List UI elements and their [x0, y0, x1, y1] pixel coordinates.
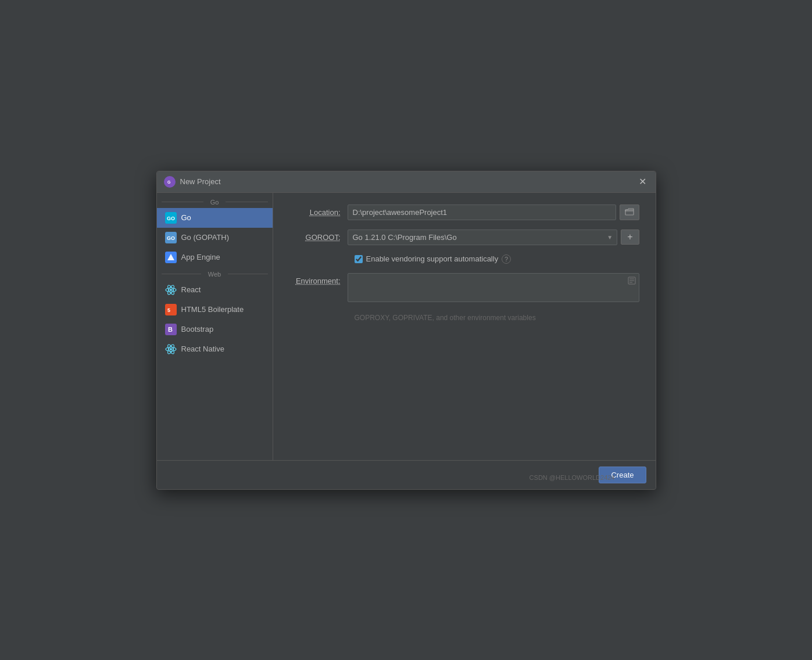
environment-label: Environment: — [289, 277, 348, 285]
dialog-title: New Project — [180, 177, 221, 186]
goroot-select-wrapper: Go 1.21.0 C:\Program Files\Go — [348, 229, 618, 245]
help-icon[interactable]: ? — [502, 254, 511, 264]
vendoring-row: Enable vendoring support automatically ? — [355, 254, 639, 264]
browse-button[interactable] — [620, 205, 639, 220]
goroot-select-wrap: Go 1.21.0 C:\Program Files\Go + — [348, 229, 639, 245]
bootstrap-icon: B — [165, 324, 177, 335]
goroot-label: GOROOT: — [289, 233, 348, 242]
title-bar-left: G New Project — [164, 176, 221, 188]
goroot-select[interactable]: Go 1.21.0 C:\Program Files\Go — [348, 229, 618, 245]
app-logo: G — [164, 176, 176, 188]
location-label: Location: — [289, 208, 348, 217]
sidebar-item-react-label: React — [181, 285, 201, 294]
main-content: Location: GOROOT: — [273, 193, 656, 460]
sidebar-item-react-native[interactable]: React Native — [157, 339, 273, 359]
sidebar-item-go-label: Go — [181, 213, 191, 222]
sidebar-item-react[interactable]: React — [157, 280, 273, 300]
svg-point-16 — [170, 348, 172, 350]
close-button[interactable]: ✕ — [636, 176, 649, 188]
svg-text:GO: GO — [167, 235, 175, 241]
sidebar-item-go-gopath-label: Go (GOPATH) — [181, 233, 230, 242]
go-section-label: Go — [157, 195, 273, 208]
location-input-wrap — [348, 205, 639, 220]
svg-text:G: G — [167, 180, 171, 184]
svg-text:GO: GO — [167, 216, 175, 221]
svg-point-8 — [170, 289, 172, 291]
new-project-dialog: G New Project ✕ Go GO Go — [156, 171, 656, 490]
app-engine-icon — [165, 252, 177, 263]
sidebar-item-html5[interactable]: 5 HTML5 Boilerplate — [157, 300, 273, 320]
go-gopath-icon: GO — [165, 232, 177, 243]
vendoring-checkbox[interactable] — [355, 255, 363, 263]
environment-input-wrap — [348, 273, 639, 304]
sidebar-item-app-engine[interactable]: App Engine — [157, 248, 273, 267]
sidebar-item-go-gopath[interactable]: GO Go (GOPATH) — [157, 228, 273, 248]
dialog-footer: CSDN @HELLOWORLD2424 Create — [157, 460, 656, 489]
svg-rect-20 — [625, 210, 634, 215]
react-icon — [165, 284, 177, 296]
goroot-row: GOROOT: Go 1.21.0 C:\Program Files\Go + — [289, 229, 639, 245]
html5-icon: 5 — [165, 304, 177, 315]
environment-row: Environment: — [289, 273, 639, 304]
svg-text:5: 5 — [167, 307, 170, 313]
react-native-icon — [165, 343, 177, 355]
location-input[interactable] — [348, 205, 616, 220]
sidebar: Go GO Go GO Go (G — [157, 193, 273, 460]
sidebar-item-html5-label: HTML5 Boilerplate — [181, 305, 244, 314]
go-icon: GO — [165, 212, 177, 224]
watermark: CSDN @HELLOWORLD2424 — [157, 474, 615, 481]
environment-hint: GOPROXY, GOPRIVATE, and other environmen… — [355, 314, 639, 322]
vendoring-label[interactable]: Enable vendoring support automatically — [366, 254, 499, 263]
dialog-body: Go GO Go GO Go (G — [157, 193, 656, 460]
sidebar-item-go[interactable]: GO Go — [157, 208, 273, 228]
sidebar-item-react-native-label: React Native — [181, 345, 224, 353]
environment-textarea[interactable] — [348, 273, 639, 302]
sidebar-item-bootstrap[interactable]: B Bootstrap — [157, 320, 273, 339]
add-goroot-button[interactable]: + — [621, 229, 639, 245]
svg-text:B: B — [168, 326, 173, 333]
title-bar: G New Project ✕ — [157, 171, 656, 193]
web-section-label: Web — [157, 267, 273, 280]
sidebar-item-app-engine-label: App Engine — [181, 253, 220, 261]
sidebar-item-bootstrap-label: Bootstrap — [181, 325, 214, 333]
env-icon — [628, 277, 636, 286]
location-row: Location: — [289, 205, 639, 220]
